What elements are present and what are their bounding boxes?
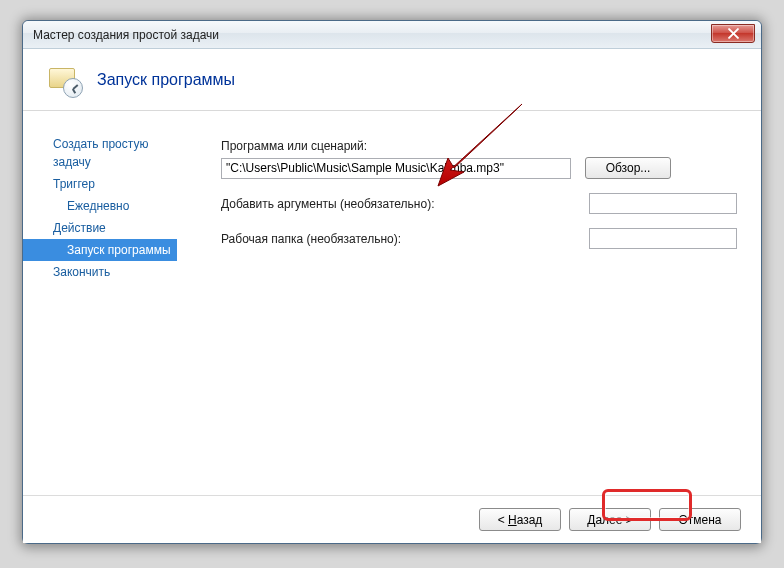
back-ul: Н bbox=[508, 513, 517, 527]
arguments-input[interactable] bbox=[589, 193, 737, 214]
sidebar-item-label: Создать простую задачу bbox=[53, 137, 148, 169]
sidebar-item-label: Действие bbox=[53, 221, 106, 235]
cancel-button[interactable]: Отмена bbox=[659, 508, 741, 531]
sidebar-item-create-basic-task[interactable]: Создать простую задачу bbox=[23, 133, 177, 173]
startin-input[interactable] bbox=[589, 228, 737, 249]
startin-label: Рабочая папка (необязательно): bbox=[221, 232, 401, 246]
wizard-header: Запуск программы bbox=[23, 49, 761, 111]
sidebar-item-label: Ежедневно bbox=[67, 199, 129, 213]
sidebar-item-finish[interactable]: Закончить bbox=[23, 261, 177, 283]
startin-group: Рабочая папка (необязательно): bbox=[221, 228, 737, 249]
wizard-steps-sidebar: Создать простую задачу Триггер Ежедневно… bbox=[23, 111, 177, 495]
browse-button[interactable]: Обзор... bbox=[585, 157, 671, 179]
back-suffix: азад bbox=[517, 513, 543, 527]
close-button[interactable] bbox=[711, 24, 755, 43]
browse-button-label: Обзор... bbox=[606, 161, 651, 175]
sidebar-item-daily[interactable]: Ежедневно bbox=[23, 195, 177, 217]
sidebar-item-start-program[interactable]: Запуск программы bbox=[23, 239, 177, 261]
task-scheduler-icon bbox=[47, 62, 83, 98]
sidebar-item-label: Триггер bbox=[53, 177, 95, 191]
back-prefix: < bbox=[498, 513, 508, 527]
wizard-button-bar: < Назад Далее > Отмена bbox=[23, 495, 761, 543]
next-suffix: алее > bbox=[595, 513, 632, 527]
close-icon bbox=[728, 28, 739, 39]
wizard-window: Мастер создания простой задачи Запуск пр… bbox=[22, 20, 762, 544]
program-label: Программа или сценарий: bbox=[221, 139, 737, 153]
sidebar-item-label: Закончить bbox=[53, 265, 110, 279]
back-button[interactable]: < Назад bbox=[479, 508, 561, 531]
window-title: Мастер создания простой задачи bbox=[33, 28, 219, 42]
program-script-input[interactable] bbox=[221, 158, 571, 179]
program-group: Программа или сценарий: Обзор... bbox=[221, 139, 737, 179]
sidebar-item-action[interactable]: Действие bbox=[23, 217, 177, 239]
sidebar-item-trigger[interactable]: Триггер bbox=[23, 173, 177, 195]
sidebar-item-label: Запуск программы bbox=[67, 243, 171, 257]
page-title: Запуск программы bbox=[97, 71, 235, 89]
arguments-group: Добавить аргументы (необязательно): bbox=[221, 193, 737, 214]
titlebar[interactable]: Мастер создания простой задачи bbox=[23, 21, 761, 49]
next-button[interactable]: Далее > bbox=[569, 508, 651, 531]
arguments-label: Добавить аргументы (необязательно): bbox=[221, 197, 434, 211]
form-area: Программа или сценарий: Обзор... Добавит… bbox=[177, 111, 761, 495]
cancel-label: Отмена bbox=[678, 513, 721, 527]
content-area: Создать простую задачу Триггер Ежедневно… bbox=[23, 111, 761, 495]
